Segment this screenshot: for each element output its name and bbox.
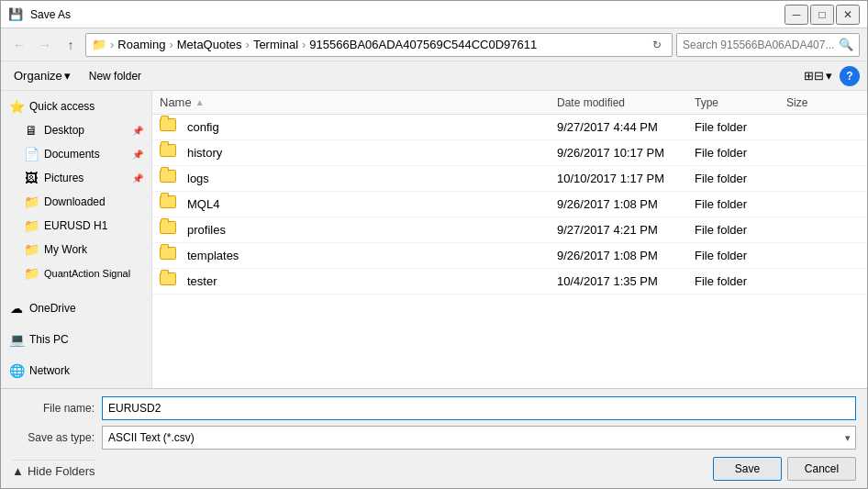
sidebar-item-downloaded[interactable]: 📁 Downloaded xyxy=(1,190,151,214)
view-icon: ⊞⊟ xyxy=(804,69,824,83)
view-button[interactable]: ⊞⊟ ▾ xyxy=(800,65,836,87)
breadcrumb-terminal[interactable]: Terminal xyxy=(253,38,298,51)
file-list-header: Name ▲ Date modified Type Size xyxy=(152,91,867,115)
organize-button[interactable]: Organize ▾ xyxy=(8,65,76,87)
main-content: ⭐ Quick access 🖥 Desktop 📌 📄 Documents 📌… xyxy=(1,91,867,388)
breadcrumb-metaquotes[interactable]: MetaQuotes xyxy=(177,38,242,51)
table-row[interactable]: profiles 9/27/2017 4:21 PM File folder xyxy=(152,217,867,243)
desktop-icon: 🖥 xyxy=(24,123,39,138)
file-rows: config 9/27/2017 4:44 PM File folder his… xyxy=(152,115,867,295)
table-row[interactable]: templates 9/26/2017 1:08 PM File folder xyxy=(152,243,867,269)
file-name: MQL4 xyxy=(187,197,219,211)
filename-input[interactable] xyxy=(102,396,856,420)
folder-icon: 📁 xyxy=(24,194,39,209)
col-header-size[interactable]: Size xyxy=(786,96,860,109)
new-folder-button[interactable]: New folder xyxy=(83,65,147,87)
bottom-bar: File name: Save as type: ASCII Text (*.c… xyxy=(1,388,867,488)
sidebar-item-quick-access[interactable]: ⭐ Quick access xyxy=(1,94,151,118)
titlebar-controls: ─ □ ✕ xyxy=(785,5,860,25)
titlebar-title: Save As xyxy=(30,8,71,21)
quick-access-section: ⭐ Quick access 🖥 Desktop 📌 📄 Documents 📌… xyxy=(1,94,151,285)
up-button[interactable]: ↑ xyxy=(60,34,82,56)
bottom-actions: ▲ Hide Folders Save Cancel xyxy=(12,457,856,481)
sidebar-item-this-pc[interactable]: 💻 This PC xyxy=(1,328,151,351)
sidebar-item-network[interactable]: 🌐 Network xyxy=(1,359,151,383)
file-name: history xyxy=(187,146,222,160)
toolbar2-right: ⊞⊟ ▾ ? xyxy=(800,65,860,87)
filetype-select-wrapper: ASCII Text (*.csv) ▾ xyxy=(102,426,856,450)
file-date: 10/4/2017 1:35 PM xyxy=(557,274,695,288)
address-bar: 📁 › Roaming › MetaQuotes › Terminal › 91… xyxy=(85,33,673,57)
breadcrumb-hash[interactable]: 915566BA06ADA407569C544CC0D97611 xyxy=(309,38,537,51)
hide-folders-toggle[interactable]: ▲ Hide Folders xyxy=(12,464,95,478)
sidebar-item-eurusd[interactable]: 📁 EURUSD H1 xyxy=(1,214,151,238)
file-name: templates xyxy=(187,249,239,262)
sidebar-item-quantaction[interactable]: 📁 QuantAction Signal xyxy=(1,261,151,285)
chevron-icon: ▲ xyxy=(12,464,24,478)
table-row[interactable]: config 9/27/2017 4:44 PM File folder xyxy=(152,115,867,140)
forward-button[interactable]: → xyxy=(34,34,56,56)
computer-icon: 💻 xyxy=(9,332,24,347)
pictures-icon: 🖼 xyxy=(24,171,39,185)
save-button[interactable]: Save xyxy=(713,457,782,481)
breadcrumb[interactable]: 📁 › Roaming › MetaQuotes › Terminal › 91… xyxy=(92,38,644,51)
organize-toolbar: Organize ▾ New folder ⊞⊟ ▾ ? xyxy=(1,61,867,91)
sidebar-item-onedrive[interactable]: ☁ OneDrive xyxy=(1,296,151,320)
table-row[interactable]: history 9/26/2017 10:17 PM File folder xyxy=(152,140,867,166)
maximize-button[interactable]: □ xyxy=(810,5,834,25)
cancel-button[interactable]: Cancel xyxy=(787,457,856,481)
file-date: 9/26/2017 10:17 PM xyxy=(557,146,695,160)
col-header-name[interactable]: Name ▲ xyxy=(160,95,557,109)
col-header-type[interactable]: Type xyxy=(695,96,786,109)
file-name: tester xyxy=(187,274,217,288)
col-header-date[interactable]: Date modified xyxy=(557,96,695,109)
close-button[interactable]: ✕ xyxy=(836,5,860,25)
hide-folders-label: Hide Folders xyxy=(28,464,95,478)
documents-icon: 📄 xyxy=(24,147,39,161)
sidebar-item-desktop[interactable]: 🖥 Desktop 📌 xyxy=(1,118,151,142)
view-dropdown-icon: ▾ xyxy=(826,69,832,83)
help-button[interactable]: ? xyxy=(840,66,860,86)
filename-row: File name: xyxy=(12,396,856,420)
sidebar: ⭐ Quick access 🖥 Desktop 📌 📄 Documents 📌… xyxy=(1,91,152,388)
file-date: 10/10/2017 1:17 PM xyxy=(557,172,695,185)
search-box: 🔍 xyxy=(676,33,860,57)
sidebar-item-documents[interactable]: 📄 Documents 📌 xyxy=(1,142,151,166)
search-icon: 🔍 xyxy=(839,38,853,51)
file-name: profiles xyxy=(187,223,226,237)
minimize-button[interactable]: ─ xyxy=(785,5,808,25)
search-input[interactable] xyxy=(683,39,835,51)
file-type: File folder xyxy=(695,249,786,262)
titlebar-icon: 💾 xyxy=(8,7,23,22)
file-date: 9/26/2017 1:08 PM xyxy=(557,197,695,211)
pin-icon: 📌 xyxy=(132,126,143,136)
sidebar-item-pictures[interactable]: 🖼 Pictures 📌 xyxy=(1,166,151,190)
sidebar-item-my-work[interactable]: 📁 My Work xyxy=(1,238,151,261)
table-row[interactable]: tester 10/4/2017 1:35 PM File folder xyxy=(152,269,867,295)
network-icon: 🌐 xyxy=(9,363,24,378)
titlebar: 💾 Save As ─ □ ✕ xyxy=(1,1,867,28)
filetype-row: Save as type: ASCII Text (*.csv) ▾ xyxy=(12,426,856,450)
table-row[interactable]: MQL4 9/26/2017 1:08 PM File folder xyxy=(152,192,867,217)
file-type: File folder xyxy=(695,197,786,211)
file-type: File folder xyxy=(695,146,786,160)
save-as-dialog: 💾 Save As ─ □ ✕ ← → ↑ 📁 › Roaming › Meta… xyxy=(0,0,868,489)
file-date: 9/26/2017 1:08 PM xyxy=(557,249,695,262)
file-date: 9/27/2017 4:21 PM xyxy=(557,223,695,237)
hide-folders-section: ▲ Hide Folders xyxy=(12,460,95,478)
file-name: config xyxy=(187,120,219,134)
breadcrumb-roaming[interactable]: Roaming xyxy=(117,38,165,51)
filetype-select[interactable]: ASCII Text (*.csv) xyxy=(102,426,856,450)
file-type: File folder xyxy=(695,223,786,237)
refresh-button[interactable]: ↻ xyxy=(648,36,666,54)
table-row[interactable]: logs 10/10/2017 1:17 PM File folder xyxy=(152,166,867,192)
pin-icon: 📌 xyxy=(132,173,143,183)
folder-icon: 📁 xyxy=(24,218,39,233)
file-type: File folder xyxy=(695,172,786,185)
address-toolbar: ← → ↑ 📁 › Roaming › MetaQuotes › Termina… xyxy=(1,28,867,61)
file-type: File folder xyxy=(695,120,786,134)
star-icon: ⭐ xyxy=(9,99,24,114)
folder-icon: 📁 xyxy=(24,266,39,281)
onedrive-icon: ☁ xyxy=(9,301,24,316)
back-button[interactable]: ← xyxy=(8,34,30,56)
